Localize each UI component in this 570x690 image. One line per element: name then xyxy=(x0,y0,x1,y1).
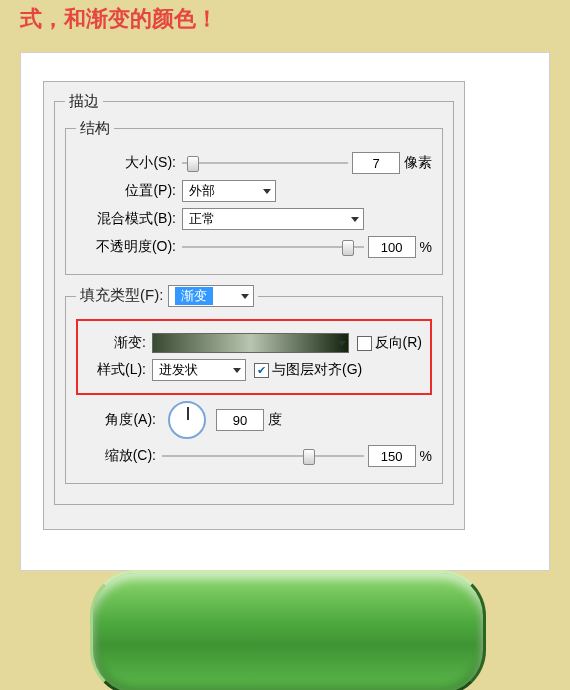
result-button-preview xyxy=(90,570,486,690)
fill-fieldset: 填充类型(F): 渐变 渐变: 反向( xyxy=(65,285,443,484)
chevron-down-icon xyxy=(263,189,271,194)
chevron-down-icon xyxy=(241,294,249,299)
opacity-label: 不透明度(O): xyxy=(76,238,182,256)
gradient-row: 渐变: 反向(R) xyxy=(86,333,422,353)
opacity-input[interactable] xyxy=(368,236,416,258)
chevron-down-icon xyxy=(233,368,241,373)
panel-fieldset: 描边 结构 大小(S): 像素 位置(P): xyxy=(54,92,454,505)
style-row: 样式(L): 迸发状 ✔ 与图层对齐(G) xyxy=(86,359,422,381)
blend-combo[interactable]: 正常 xyxy=(182,208,364,230)
align-checkbox[interactable]: ✔ xyxy=(254,363,269,378)
size-slider[interactable] xyxy=(182,154,348,172)
reverse-label: 反向(R) xyxy=(375,334,422,352)
angle-input[interactable] xyxy=(216,409,264,431)
blend-row: 混合模式(B): 正常 xyxy=(76,208,432,230)
highlight-box: 渐变: 反向(R) 样式(L): 迸发状 xyxy=(76,319,432,395)
align-label: 与图层对齐(G) xyxy=(272,361,362,379)
structure-fieldset: 结构 大小(S): 像素 位置(P): 外部 xyxy=(65,119,443,275)
position-label: 位置(P): xyxy=(76,182,182,200)
fill-legend-row: 填充类型(F): 渐变 xyxy=(76,285,258,307)
scale-label: 缩放(C): xyxy=(76,447,162,465)
gradient-label: 渐变: xyxy=(86,334,152,352)
blend-value: 正常 xyxy=(189,210,215,228)
size-label: 大小(S): xyxy=(76,154,182,172)
position-combo[interactable]: 外部 xyxy=(182,180,276,202)
gradient-swatch[interactable] xyxy=(152,333,349,353)
fill-type-label: 填充类型(F): xyxy=(80,286,163,303)
chevron-down-icon xyxy=(338,341,346,346)
style-combo[interactable]: 迸发状 xyxy=(152,359,246,381)
position-value: 外部 xyxy=(189,182,215,200)
scale-unit: % xyxy=(420,448,432,464)
stroke-panel: 描边 结构 大小(S): 像素 位置(P): xyxy=(43,81,465,530)
size-unit: 像素 xyxy=(404,154,432,172)
size-slider-thumb[interactable] xyxy=(187,156,199,172)
opacity-slider-thumb[interactable] xyxy=(342,240,354,256)
angle-label: 角度(A): xyxy=(76,411,162,429)
opacity-slider[interactable] xyxy=(182,238,364,256)
scale-slider[interactable] xyxy=(162,447,364,465)
size-row: 大小(S): 像素 xyxy=(76,152,432,174)
angle-dial[interactable] xyxy=(168,401,206,439)
scale-slider-thumb[interactable] xyxy=(303,449,315,465)
opacity-row: 不透明度(O): % xyxy=(76,236,432,258)
scale-input[interactable] xyxy=(368,445,416,467)
angle-unit: 度 xyxy=(268,411,282,429)
fill-type-combo[interactable]: 渐变 xyxy=(168,285,254,307)
position-row: 位置(P): 外部 xyxy=(76,180,432,202)
angle-row: 角度(A): 度 xyxy=(76,401,432,439)
opacity-unit: % xyxy=(420,239,432,255)
style-value: 迸发状 xyxy=(159,361,198,379)
chevron-down-icon xyxy=(351,217,359,222)
style-label: 样式(L): xyxy=(86,361,152,379)
size-input[interactable] xyxy=(352,152,400,174)
reverse-checkbox[interactable] xyxy=(357,336,372,351)
fill-type-value: 渐变 xyxy=(175,287,213,305)
panel-title: 描边 xyxy=(65,92,103,111)
blend-label: 混合模式(B): xyxy=(76,210,182,228)
intro-text: 式，和渐变的颜色！ xyxy=(20,4,550,34)
structure-legend: 结构 xyxy=(76,119,114,138)
white-background: 描边 结构 大小(S): 像素 位置(P): xyxy=(20,52,550,571)
scale-row: 缩放(C): % xyxy=(76,445,432,467)
